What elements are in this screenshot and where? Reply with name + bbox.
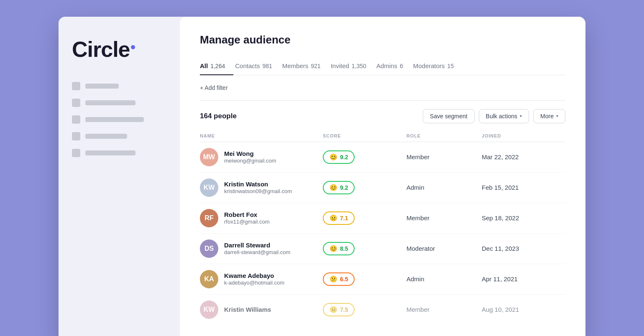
main-content: Manage audience All 1,264 Contacts 981 M… [180, 17, 585, 336]
tab-all-label: All [200, 62, 208, 69]
tab-invited-count: 1,350 [352, 63, 366, 69]
table-row[interactable]: KW Kristin Williams 😐 7.5 Member Aug 10,… [200, 295, 565, 325]
sidebar-item-5[interactable] [72, 149, 166, 157]
table-row[interactable]: MW Mei Wong meiwong@gmail.com 😊 9.2 Memb… [200, 142, 565, 173]
sidebar-item-3[interactable] [72, 115, 166, 124]
col-score-header: SCORE [323, 133, 406, 138]
score-badge: 😊 8.5 [323, 242, 355, 255]
logo-text: Circle [72, 37, 130, 61]
member-info: Kristin Watson kristinwatson09@gmail.com [224, 181, 292, 194]
tab-moderators[interactable]: Moderators 15 [411, 58, 462, 75]
member-info: Kristin Williams [224, 306, 271, 313]
score-cell: 😕 6.5 [323, 272, 406, 286]
logo-dot [131, 45, 135, 49]
tab-all[interactable]: All 1,264 [200, 58, 233, 75]
member-cell: RF Robert Fox rfox11@gmail.com [200, 209, 323, 227]
member-cell: KW Kristin Watson kristinwatson09@gmail.… [200, 178, 323, 197]
bulk-actions-button[interactable]: Bulk actions ▾ [479, 109, 529, 123]
score-badge: 😐 7.5 [323, 303, 355, 316]
tab-all-count: 1,264 [210, 63, 225, 69]
member-name: Mei Wong [224, 150, 276, 157]
tab-members-label: Members [282, 62, 309, 69]
tab-admins-label: Admins [376, 62, 397, 69]
members-table: NAME SCORE ROLE JOINED MW Mei Wong meiwo… [200, 130, 565, 325]
joined-cell: Aug 10, 2021 [482, 306, 565, 313]
member-email: kristinwatson09@gmail.com [224, 188, 292, 194]
score-value: 7.1 [340, 215, 348, 221]
people-count: 164 people [200, 112, 237, 120]
role-cell: Member [406, 306, 482, 313]
add-filter-button[interactable]: + Add filter [200, 83, 228, 93]
tab-contacts[interactable]: Contacts 981 [233, 58, 281, 75]
score-value: 7.5 [340, 306, 348, 313]
member-info: Darrell Steward darrell-steward@gmail.co… [224, 242, 290, 255]
sidebar-icon-4 [72, 132, 80, 140]
table-row[interactable]: KA Kwame Adebayo k-adebayo@hotmail.com 😕… [200, 264, 565, 295]
sidebar-label-4 [85, 134, 127, 139]
member-name: Darrell Steward [224, 242, 290, 249]
joined-cell: Sep 18, 2022 [482, 214, 565, 221]
bulk-actions-label: Bulk actions [486, 113, 517, 120]
role-cell: Admin [406, 184, 482, 191]
role-cell: Admin [406, 275, 482, 283]
member-email: rfox11@gmail.com [224, 219, 270, 225]
score-smiley-icon: 😐 [330, 214, 337, 222]
score-smiley-icon: 😐 [330, 306, 337, 313]
app-logo: Circle [72, 37, 166, 62]
more-button[interactable]: More ▾ [533, 109, 565, 123]
member-info: Robert Fox rfox11@gmail.com [224, 211, 270, 225]
sidebar-icon-5 [72, 149, 80, 157]
member-name: Kristin Watson [224, 181, 292, 188]
score-value: 9.2 [340, 154, 348, 160]
tab-admins[interactable]: Admins 6 [375, 58, 411, 75]
table-row[interactable]: KW Kristin Watson kristinwatson09@gmail.… [200, 173, 565, 203]
score-smiley-icon: 😊 [330, 153, 337, 161]
sidebar-item-4[interactable] [72, 132, 166, 140]
member-name: Kristin Williams [224, 306, 271, 313]
avatar: KW [200, 178, 218, 197]
member-cell: KA Kwame Adebayo k-adebayo@hotmail.com [200, 270, 323, 288]
sidebar-label-5 [85, 150, 135, 155]
joined-cell: Mar 22, 2022 [482, 153, 565, 160]
score-badge: 😐 7.1 [323, 211, 355, 225]
score-cell: 😊 8.5 [323, 242, 406, 255]
member-email: darrell-steward@gmail.com [224, 249, 290, 255]
tab-members-count: 921 [311, 63, 320, 69]
sidebar-icon-2 [72, 99, 80, 107]
table-row[interactable]: DS Darrell Steward darrell-steward@gmail… [200, 234, 565, 264]
table-header-row: 164 people Save segment Bulk actions ▾ M… [200, 101, 565, 130]
member-cell: MW Mei Wong meiwong@gmail.com [200, 148, 323, 166]
sidebar-item-2[interactable] [72, 99, 166, 107]
member-name: Kwame Adebayo [224, 272, 284, 279]
table-row[interactable]: RF Robert Fox rfox11@gmail.com 😐 7.1 Mem… [200, 203, 565, 234]
tab-invited[interactable]: Invited 1,350 [329, 58, 375, 75]
sidebar-icon-3 [72, 115, 80, 124]
tab-contacts-label: Contacts [235, 62, 260, 69]
table-body: MW Mei Wong meiwong@gmail.com 😊 9.2 Memb… [200, 142, 565, 325]
sidebar-icon-1 [72, 82, 80, 90]
save-segment-button[interactable]: Save segment [423, 109, 475, 123]
score-cell: 😐 7.5 [323, 303, 406, 316]
avatar: RF [200, 209, 218, 227]
avatar: MW [200, 148, 218, 166]
sidebar-item-1[interactable] [72, 82, 166, 90]
app-window: Circle Mana [59, 17, 585, 336]
avatar: KW [200, 300, 218, 319]
sidebar-nav [72, 82, 166, 157]
page-title: Manage audience [200, 33, 565, 46]
member-cell: KW Kristin Williams [200, 300, 323, 319]
sidebar-label-3 [85, 117, 144, 122]
score-cell: 😊 9.2 [323, 150, 406, 164]
tab-moderators-count: 15 [447, 63, 454, 69]
tab-members[interactable]: Members 921 [281, 58, 329, 75]
member-email: meiwong@gmail.com [224, 158, 276, 164]
avatar: KA [200, 270, 218, 288]
col-name-header: NAME [200, 133, 323, 138]
role-cell: Moderator [406, 245, 482, 252]
score-badge: 😕 6.5 [323, 272, 355, 286]
score-value: 9.2 [340, 184, 348, 191]
joined-cell: Dec 11, 2023 [482, 245, 565, 252]
joined-cell: Apr 11, 2021 [482, 275, 565, 283]
score-smiley-icon: 😊 [330, 245, 337, 252]
action-buttons: Save segment Bulk actions ▾ More ▾ [423, 109, 565, 123]
